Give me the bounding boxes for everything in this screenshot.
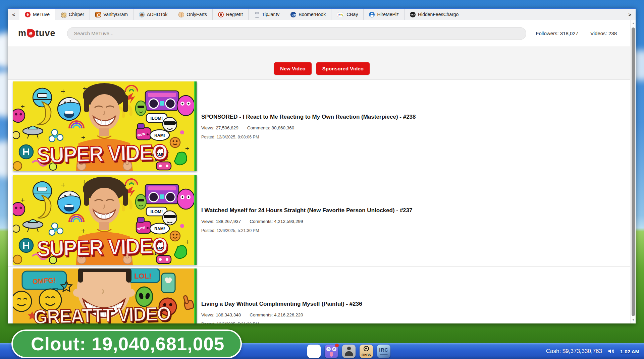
video-title: I Watched Myself for 24 Hours Straight (… xyxy=(201,207,412,214)
page-content: m e tuve Followers: 318,027 Videos: 238 … xyxy=(8,20,636,323)
tab-bar: < MeTuve Chirper VanityGram ADHDTok Only… xyxy=(8,8,636,20)
video-thumbnail: WOW ILOM! RAM! AM! xyxy=(13,175,197,265)
cbay-logo-text: cbay xyxy=(338,13,343,16)
system-tray: Cash: $9,373,330,763 1:02 AM xyxy=(546,343,639,359)
video-views: Views: 27,506,829 xyxy=(201,125,238,130)
color-ring-icon xyxy=(308,345,320,357)
tab-tipjartv[interactable]: TipJar.tv xyxy=(249,9,285,20)
glasses-face-icon xyxy=(290,12,296,17)
search-input[interactable] xyxy=(74,31,520,36)
tab-label: ADHDTok xyxy=(147,12,167,17)
video-views: Views: 188,267,937 xyxy=(201,219,241,224)
chirper-icon xyxy=(61,12,66,17)
person-head-icon xyxy=(347,347,351,350)
scroll-down-arrow[interactable]: ▼ xyxy=(631,317,636,323)
bubble-text: ILOM! xyxy=(151,209,163,214)
tab-hiddenfeeschargo[interactable]: HiddenFeesChargo xyxy=(405,9,464,20)
tab-vanitygram[interactable]: VanityGram xyxy=(90,9,133,20)
tab-label: HireMePlz xyxy=(377,12,399,17)
videos-count: Videos: 238 xyxy=(590,31,617,36)
bubble-text: OMFG! xyxy=(32,276,56,286)
ohbs-label: OhBS xyxy=(360,353,373,357)
followers-count: Followers: 318,027 xyxy=(536,31,578,36)
video-title: Living a Day Without Complimenting Mysel… xyxy=(201,301,362,307)
camera-icon xyxy=(95,12,101,17)
logo-part: m xyxy=(18,28,26,39)
tab-label: Chirper xyxy=(69,12,84,17)
metuve-logo: m e tuve xyxy=(18,28,56,39)
irc-app-icon[interactable]: IRC xyxy=(377,345,390,358)
video-info: Living a Day Without Complimenting Mysel… xyxy=(201,301,362,324)
tab-label: HiddenFeesChargo xyxy=(418,12,459,17)
vertical-scrollbar: ▲ ▼ xyxy=(630,20,636,323)
tab-regretit[interactable]: RegretIt xyxy=(213,9,249,20)
person-body-icon xyxy=(345,351,353,356)
irc-subtitle-bar xyxy=(380,354,388,355)
back-button[interactable]: < xyxy=(8,9,19,20)
bubble-text: RAM! xyxy=(154,133,165,138)
x-eye-icon: ✕ xyxy=(332,347,336,351)
video-comments: Comments: 4,212,593,299 xyxy=(250,219,303,224)
cash-counter: Cash: $9,373,330,763 xyxy=(546,348,602,355)
thumbnail-edge xyxy=(194,268,197,323)
new-video-button[interactable]: New Video xyxy=(274,62,312,75)
tab-boomerbook[interactable]: BoomerBook xyxy=(285,9,331,20)
video-comments: Comments: 80,860,360 xyxy=(247,125,294,130)
tab-onlyfarts[interactable]: OnlyFarts xyxy=(173,9,213,20)
site-header: m e tuve Followers: 318,027 Videos: 238 xyxy=(8,20,636,47)
cat-face-icon xyxy=(139,12,145,17)
thumbnail-caption: SUPER VIDEO xyxy=(13,232,192,262)
scroll-up-arrow[interactable]: ▲ xyxy=(631,21,636,26)
search-bar xyxy=(67,27,527,40)
speaker-icon[interactable] xyxy=(607,348,615,355)
video-comments: Comments: 4,216,226,220 xyxy=(250,312,303,317)
tab-label: MeTuve xyxy=(33,12,50,17)
thumbnail-edge xyxy=(194,81,197,171)
tab-label: VanityGram xyxy=(103,12,128,17)
robber-face-icon xyxy=(410,12,416,17)
browser-window: < MeTuve Chirper VanityGram ADHDTok Only… xyxy=(8,8,636,323)
x-eye-icon: ✕ xyxy=(326,347,331,351)
tongue-icon xyxy=(330,352,333,357)
person-badge-icon xyxy=(369,12,375,17)
metuve-icon xyxy=(25,12,31,17)
tab-hiremeplz[interactable]: HireMePlz xyxy=(364,9,405,20)
tab-cbay[interactable]: cbay CBay xyxy=(331,9,364,20)
notification-dot xyxy=(335,344,339,347)
logo-play-icon: e xyxy=(26,28,36,38)
video-thumbnail: WOW ILOM! RAM! AM! xyxy=(13,81,197,171)
dead-face-app-icon[interactable]: ✕ ✕ xyxy=(325,345,338,358)
video-posted: Posted: 12/8/2025, 8:08:06 PM xyxy=(201,135,416,139)
tab-adhdtok[interactable]: ADHDTok xyxy=(133,9,173,20)
video-views: Views: 188,343,348 xyxy=(201,312,241,317)
cbay-logo-icon: cbay xyxy=(337,12,344,17)
sponsored-video-button[interactable]: Sponsored Video xyxy=(316,62,370,75)
persona-app-icon[interactable] xyxy=(342,345,356,358)
video-row-238[interactable]: WOW ILOM! RAM! AM! xyxy=(8,80,636,173)
video-row-237[interactable]: WOW ILOM! RAM! AM! xyxy=(8,173,636,267)
clout-counter: Clout: 19,040,681,005 xyxy=(11,330,242,358)
jar-icon xyxy=(254,12,260,17)
clock: 1:02 AM xyxy=(620,349,639,354)
peach-icon xyxy=(178,12,184,17)
bubble-text: RAM! xyxy=(154,227,165,231)
ohbs-app-icon[interactable]: OhBS xyxy=(360,345,373,358)
video-row-236[interactable]: OMFG! LOL! xyxy=(8,267,636,323)
tab-label: TipJar.tv xyxy=(262,12,279,17)
tab-label: OnlyFarts xyxy=(186,12,207,17)
video-title: SPONSORED - I React to Me Reacting to My… xyxy=(201,114,416,120)
actions-bar: New Video Sponsored Video xyxy=(8,47,636,80)
bubble-text: LOL! xyxy=(134,272,151,280)
video-info: I Watched Myself for 24 Hours Straight (… xyxy=(201,207,412,233)
forward-button[interactable]: > xyxy=(624,9,636,20)
tab-label: RegretIt xyxy=(226,12,243,17)
media-ring-app-icon[interactable] xyxy=(307,345,321,358)
video-thumbnail: OMFG! LOL! xyxy=(13,268,197,323)
tab-chirper[interactable]: Chirper xyxy=(55,9,90,20)
eye-icon xyxy=(364,346,369,351)
video-info: SPONSORED - I React to Me Reacting to My… xyxy=(201,114,416,139)
taskbar-dock: ✕ ✕ OhBS IRC xyxy=(307,345,390,358)
tab-label: CBay xyxy=(346,12,358,17)
scrollbar-thumb[interactable] xyxy=(632,27,635,316)
tab-metuve[interactable]: MeTuve xyxy=(19,9,55,20)
